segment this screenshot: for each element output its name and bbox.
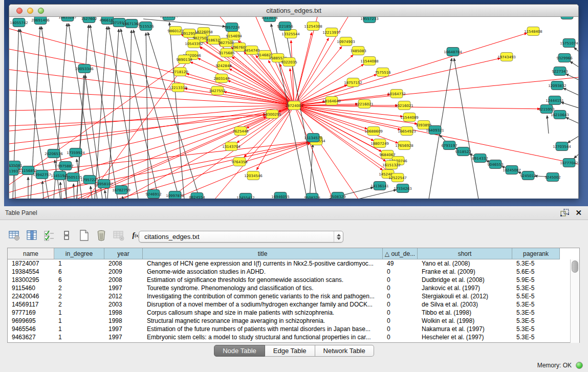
table-cell[interactable]: de Silva et al. (2003) [418,300,512,309]
table-cell[interactable]: 1 [54,317,104,325]
graph-node[interactable]: 10997870 [166,191,184,199]
graph-node[interactable]: 12455412 [236,193,255,199]
graph-edge[interactable] [122,196,123,199]
graph-node[interactable]: 12213977 [322,28,341,37]
table-cell[interactable]: 2003 [104,300,143,309]
table-cell[interactable]: 22420046 [8,292,54,300]
table-cell[interactable]: 5.3E-5 [512,325,560,333]
table-cell[interactable]: 9465546 [8,325,54,333]
graph-node[interactable]: 7485083 [350,47,366,55]
graph-node[interactable]: 9246912 [145,190,161,199]
graph-node[interactable]: 8914332 [472,154,488,163]
graph-edge[interactable] [9,115,266,144]
table-cell[interactable]: 6 [54,276,104,284]
table-settings-icon[interactable] [7,228,21,243]
table-cell[interactable]: Franke et al. (2009) [418,268,512,276]
graph-edge[interactable] [128,30,132,199]
table-cell[interactable]: 2009 [104,268,143,276]
graph-edge[interactable] [566,117,578,123]
table-cell[interactable]: 2 [54,292,104,300]
table-cell[interactable]: Estimation of significance thresholds fo… [143,276,383,284]
table-cell[interactable]: 19384554 [8,268,54,276]
graph-edge[interactable] [229,69,294,105]
graph-node[interactable]: 12213319 [169,83,187,92]
graph-edge[interactable] [547,116,549,134]
table-cell[interactable]: 18724007 [8,259,54,268]
graph-node[interactable]: 9221856 [277,22,293,31]
graph-node[interactable]: 9227343 [552,67,568,76]
graph-node[interactable]: 11544089 [400,113,419,122]
table-cell[interactable]: 1997 [104,325,143,333]
table-cell[interactable]: Estimation of the future numbers of pati… [143,325,383,333]
table-cell[interactable]: Disruption of a novel member of a sodium… [143,300,383,309]
table-cell[interactable]: Tibbo et al. (1998) [418,309,512,317]
graph-node[interactable]: 9154694 [226,32,242,40]
table-cell[interactable]: 9115460 [8,284,54,292]
table-cell[interactable]: 2 [54,284,104,292]
graph-node[interactable]: 9175685 [219,49,234,57]
graph-edge[interactable] [105,190,106,199]
graph-node[interactable]: 19557233 [360,17,379,23]
table-cell[interactable]: 5.3E-5 [512,333,560,341]
table-cell[interactable]: Genome-wide association studies in ADHD. [143,268,383,276]
graph-node[interactable]: 13216021 [395,101,413,110]
graph-edge[interactable] [42,181,43,199]
table-cell[interactable]: 5.5E-5 [512,292,560,300]
graph-edge[interactable] [574,154,578,158]
column-header-pagerank[interactable]: pagerank [512,248,560,259]
table-cell[interactable]: 1998 [104,309,143,317]
table-cell[interactable]: Hescheler et al. (1997) [418,333,512,341]
table-cell[interactable]: 1997 [104,333,143,341]
graph-node[interactable]: 9764358 [231,158,247,166]
graph-node[interactable]: 7625446 [232,127,249,136]
graph-node[interactable]: 18164640 [322,97,341,105]
table-row[interactable]: 1938455462009Genome-wide association stu… [8,268,571,276]
graph-edge[interactable] [237,105,294,143]
graph-node[interactable]: 17334263 [394,184,412,193]
table-cell[interactable]: 5.3E-5 [512,300,560,309]
graph-node[interactable]: 11548408 [524,27,542,36]
table-row[interactable]: 946362711997Embryonic stem cells: a mode… [8,333,571,341]
table-cell[interactable]: 5.3E-5 [512,284,560,292]
table-row[interactable]: 1872400712008Changes of HCN gene express… [8,259,571,268]
table-cell[interactable]: Jankovic et al. (1997) [418,284,512,292]
graph-edge[interactable] [294,105,540,109]
scrollbar-thumb[interactable] [572,260,578,273]
graph-node[interactable]: 17656928 [395,141,413,150]
select-columns-icon[interactable] [42,228,56,243]
table-cell[interactable]: 0 [383,333,418,341]
graph-node[interactable]: 8427552 [209,86,225,95]
graph-edge[interactable] [294,105,403,117]
table-cell[interactable]: 2 [54,300,104,309]
graph-edge[interactable] [566,74,578,80]
graph-node[interactable]: 9245002 [545,173,560,182]
table-selector-dropdown[interactable]: citations_edges.txt [139,231,343,243]
table-cell[interactable]: 5.3E-5 [512,259,560,268]
table-cell[interactable]: 1 [54,333,104,341]
delete-table-icon[interactable] [94,228,108,243]
table-cell[interactable]: 0 [383,276,418,284]
table-cell[interactable]: Tourette syndrome. Phenomenology and cla… [143,284,383,292]
graph-node[interactable]: 6793197 [441,141,457,150]
column-header-title[interactable]: title [143,248,383,259]
table-cell[interactable]: 0 [383,309,418,317]
graph-node[interactable]: 13325544 [281,30,300,38]
graph-node[interactable]: 20691406 [31,17,50,25]
table-row[interactable]: 1456911722003Disruption of a novel membe… [8,300,571,309]
table-cell[interactable]: 1 [54,325,104,333]
graph-node[interactable]: 7515526 [138,22,154,31]
graph-node[interactable]: 9508329 [330,192,345,199]
table-cell[interactable]: 1998 [104,317,143,325]
table-cell[interactable]: Investigating the contribution of common… [143,292,383,300]
graph-edge[interactable] [563,88,578,95]
graph-edge[interactable] [294,33,527,105]
graph-node[interactable]: 14136141 [371,182,389,190]
graph-edge[interactable] [294,105,578,164]
graph-edge[interactable] [358,190,396,199]
graph-edge[interactable] [454,58,478,199]
graph-edge[interactable] [9,105,294,172]
table-cell[interactable]: 9699695 [8,317,54,325]
graph-node[interactable]: 2718120 [172,68,188,76]
column-header-in_degree[interactable]: in_degree [54,248,104,259]
table-cell[interactable]: 1 [54,309,104,317]
